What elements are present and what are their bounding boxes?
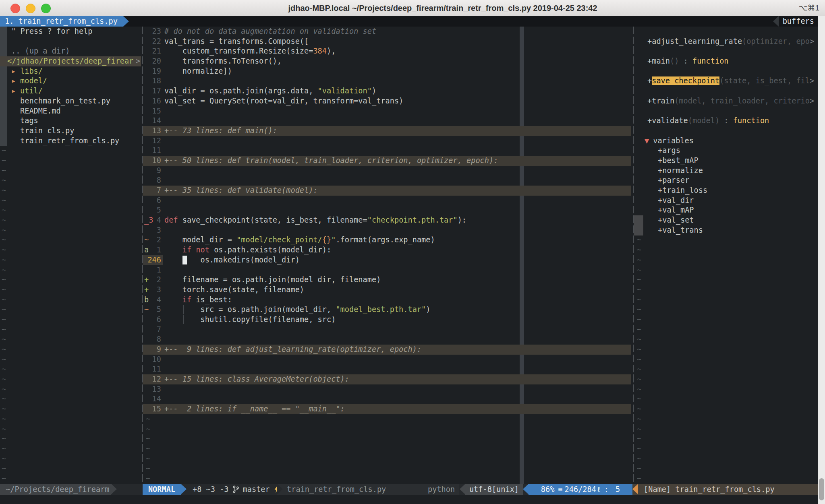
code-line[interactable]: 13 — [143, 384, 631, 395]
filler-tilde: ~ — [635, 355, 818, 365]
code-line[interactable]: b4 if is_best: — [143, 295, 631, 305]
line-number: 16 — [143, 96, 161, 106]
lines-total-icon: ≡ — [558, 484, 562, 495]
filetype-label: python — [428, 484, 455, 495]
code-line[interactable]: 14 — [143, 394, 631, 404]
nerdtree-root-path: </jdhao/Projects/deep_firear — [7, 57, 133, 65]
code-line[interactable]: 11 — [143, 146, 631, 156]
code-line[interactable]: 12 — [143, 136, 631, 146]
filler-tilde: ~ — [0, 444, 141, 454]
fold-line[interactable]: 15+-- 2 lines: if __name__ == "__main__"… — [143, 404, 631, 414]
tagbar-item-val_set[interactable]: +val_set — [635, 215, 818, 225]
tree-entry-util[interactable]: ▸util/ — [0, 86, 141, 96]
tagbar-item-parser[interactable]: +parser — [635, 176, 818, 186]
code-line[interactable]: 21 custom_transform.Resize(size=384), — [143, 46, 631, 56]
tagbar-item-normalize[interactable]: +normalize — [635, 166, 818, 176]
window-separator[interactable] — [142, 27, 143, 484]
filler-tilde: ~ — [0, 464, 141, 474]
code-line[interactable]: +2 filename = os.path.join(model_dir, fi… — [143, 275, 631, 285]
tagbar-pane[interactable]: +adjust_learning_rate(optimizer, epo>+ma… — [635, 27, 818, 484]
nerdtree-pane[interactable]: " Press ? for help.. (up a dir)</jdhao/P… — [0, 27, 141, 484]
code-line[interactable]: 5 — [143, 205, 631, 215]
fold-line[interactable]: 10+-- 50 lines: def train(model, train_l… — [143, 156, 631, 166]
tree-entry-benchmark_on_testpy[interactable]: benchmark_on_test.py — [0, 96, 141, 106]
tree-entry-libs[interactable]: ▸libs/ — [0, 66, 141, 76]
filler-tilde: ~ — [635, 325, 818, 335]
code-line[interactable]: 10 — [143, 355, 631, 365]
tree-entry-train_retr_from_clspy[interactable]: train_retr_from_cls.py — [0, 136, 141, 146]
code-line[interactable]: 3 — [143, 225, 631, 235]
fold-line[interactable]: 13+-- 73 lines: def main(): — [143, 126, 631, 136]
fold-line[interactable]: 9+-- 9 lines: def adjust_learning_rate(o… — [143, 345, 631, 355]
line-number: 3 — [143, 285, 161, 295]
line-number: 2 — [143, 235, 161, 245]
dir-arrow-icon: ▸ — [11, 66, 20, 76]
code-line[interactable]: _34def save_checkpoint(state, is_best, f… — [143, 215, 631, 225]
filler-tilde: ~ — [0, 166, 141, 176]
code-line[interactable]: 7 — [143, 325, 631, 335]
code-line[interactable]: +3 torch.save(state, filename) — [143, 285, 631, 295]
tree-entry-tags[interactable]: tags — [0, 116, 141, 126]
tree-entry-READMEmd[interactable]: README.md — [0, 106, 141, 116]
buffer-tab[interactable]: 1. train_retr_from_cls.py — [0, 16, 129, 27]
tagbar-item-save_checkpoint[interactable]: +save_checkpoint(state, is_best, fil> — [635, 76, 818, 86]
tagbar-item-train_loss[interactable]: +train_loss — [635, 186, 818, 196]
code-line[interactable]: 20 transforms.ToTensor(), — [143, 56, 631, 66]
scrollbar-thumb[interactable] — [819, 478, 824, 500]
tagbar-item-val_dir[interactable]: +val_dir — [635, 196, 818, 206]
line-number: 6 — [143, 315, 161, 325]
tree-entry-model[interactable]: ▸model/ — [0, 76, 141, 86]
fold-text: +-- 73 lines: def main(): — [164, 126, 277, 136]
tagbar-item-args[interactable]: +args — [635, 146, 818, 156]
filler-tilde: ~ — [635, 245, 818, 255]
git-branch-label: master — [243, 484, 270, 495]
code-line[interactable]: 1 — [143, 265, 631, 275]
line-position: 246/284 — [565, 484, 596, 495]
tagbar-item-val_trans[interactable]: +val_trans — [635, 225, 818, 235]
code-line[interactable]: 9 — [143, 166, 631, 176]
tagbar-item-train[interactable]: +train(model, train_loader, criterio> — [635, 96, 818, 106]
fold-line[interactable]: 7+-- 35 lines: def validate(model): — [143, 186, 631, 196]
command-line[interactable] — [0, 495, 825, 504]
tagbar-item-best_mAP[interactable]: +best_mAP — [635, 156, 818, 166]
line-number: 15 — [143, 106, 161, 116]
line-number: 11 — [143, 146, 161, 156]
code-line[interactable]: ~5 src = os.path.join(model_dir, "model_… — [143, 305, 631, 315]
code-line[interactable]: 22val_trans = transforms.Compose([ — [143, 37, 631, 47]
code-line[interactable]: 14 — [143, 116, 631, 126]
code-line[interactable]: 11 — [143, 364, 631, 374]
code-line[interactable]: 15 — [143, 106, 631, 116]
code-line[interactable]: 8 — [143, 335, 631, 345]
window-separator[interactable] — [633, 27, 634, 484]
fold-line[interactable]: 12+-- 15 lines: class AverageMeter(objec… — [143, 374, 631, 384]
nerdtree-root[interactable]: </jdhao/Projects/deep_firear> — [0, 56, 141, 66]
filler-tilde: ~ — [635, 374, 818, 384]
tagbar-item-validate[interactable]: +validate(model) : function — [635, 116, 818, 126]
tagbar-section-variables[interactable]: ▼variables — [635, 136, 818, 146]
tree-entry-train_clspy[interactable]: train_cls.py — [0, 126, 141, 136]
position-colon: : — [604, 484, 609, 495]
code-line[interactable]: 23# do not do data augmentation on valid… — [143, 27, 631, 37]
code-line[interactable]: 246 os.makedirs(model_dir) — [143, 255, 631, 265]
line-number: 7 — [143, 186, 161, 196]
tagbar-item-adjust_learning_rate[interactable]: +adjust_learning_rate(optimizer, epo> — [635, 37, 818, 47]
code-line[interactable]: a1 if not os.path.exists(model_dir): — [143, 245, 631, 255]
code-line[interactable]: 19 normalize]) — [143, 66, 631, 76]
code-pane[interactable]: 23# do not do data augmentation on valid… — [143, 27, 631, 484]
code-line[interactable]: 6 shutil.copyfile(filename, src) — [143, 315, 631, 325]
code-line[interactable]: 17val_dir = os.path.join(args.data, "val… — [143, 86, 631, 96]
code-line[interactable]: 6 — [143, 196, 631, 206]
code-line[interactable]: ~2 model_dir = "model/check_point/{}".fo… — [143, 235, 631, 245]
filler-tilde: ~ — [0, 295, 141, 305]
code-line[interactable]: 16val_set = QuerySet(root=val_dir, trans… — [143, 96, 631, 106]
nerdtree-up-dir[interactable]: .. (up a dir) — [0, 46, 141, 56]
code-line[interactable]: 18 — [143, 76, 631, 86]
filler-tilde: ~ — [143, 424, 631, 434]
buffers-toggle[interactable]: buffers — [773, 16, 818, 27]
tagbar-item-main[interactable]: +main() : function — [635, 56, 818, 66]
line-number: 9 — [143, 345, 161, 355]
filler-tilde: ~ — [0, 265, 141, 275]
code-line[interactable]: 8 — [143, 176, 631, 186]
line-number: 9 — [143, 166, 161, 176]
tagbar-item-val_mAP[interactable]: +val_mAP — [635, 205, 818, 215]
